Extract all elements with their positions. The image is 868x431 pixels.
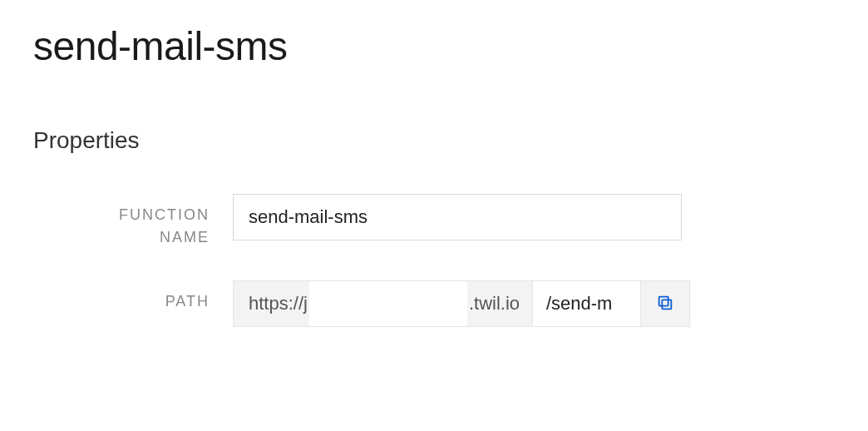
copy-icon bbox=[656, 294, 674, 315]
path-prefix: https://j .twil.io bbox=[233, 280, 532, 327]
path-group: https://j .twil.io bbox=[233, 280, 690, 327]
path-input[interactable] bbox=[532, 280, 640, 327]
function-name-input[interactable] bbox=[233, 194, 682, 240]
function-name-row: FUNCTION NAME bbox=[33, 194, 835, 249]
copy-path-button[interactable] bbox=[640, 280, 690, 327]
function-name-label: FUNCTION NAME bbox=[83, 194, 233, 249]
path-label: PATH bbox=[83, 280, 233, 313]
properties-heading: Properties bbox=[33, 127, 835, 154]
path-prefix-protocol: https://j bbox=[234, 293, 309, 315]
path-prefix-redacted bbox=[309, 281, 467, 326]
path-prefix-domain-suffix: .twil.io bbox=[467, 293, 532, 315]
path-row: PATH https://j .twil.io bbox=[33, 280, 835, 327]
page-title: send-mail-sms bbox=[33, 23, 835, 69]
svg-rect-0 bbox=[662, 300, 671, 309]
svg-rect-1 bbox=[659, 296, 668, 305]
